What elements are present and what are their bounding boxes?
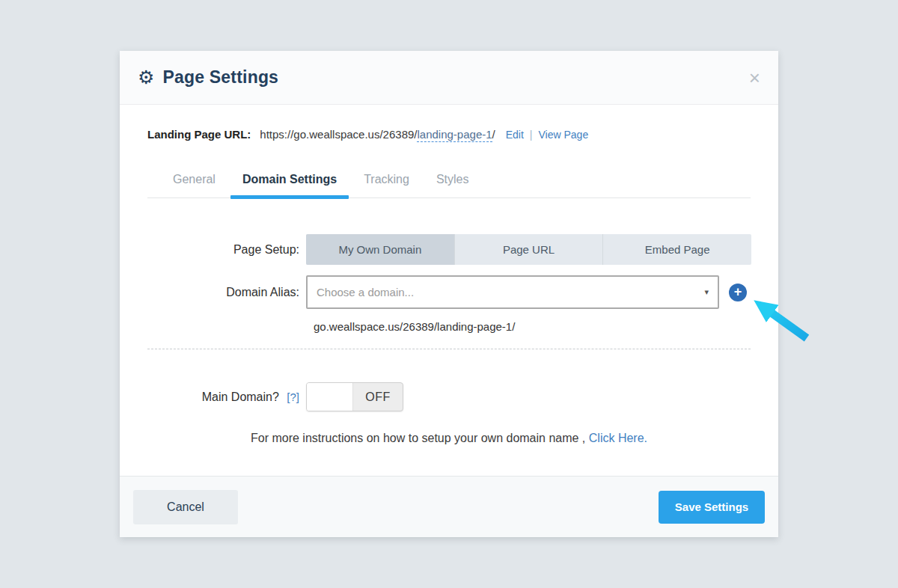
segment-my-own-domain[interactable]: My Own Domain: [306, 234, 455, 265]
main-domain-row: Main Domain? [?] OFF: [147, 382, 751, 411]
page-setup-row: Page Setup: My Own Domain Page URL Embed…: [147, 234, 751, 265]
modal-title: Page Settings: [162, 67, 278, 88]
main-domain-toggle[interactable]: OFF: [306, 382, 403, 411]
current-domain-url: go.weallspace.us/26389/landing-page-1/: [314, 320, 751, 333]
gear-icon: ⚙: [138, 68, 154, 87]
modal-footer: Cancel Save Settings: [120, 476, 778, 537]
main-domain-label: Main Domain? [?]: [147, 391, 299, 404]
landing-page-url-label: Landing Page URL:: [147, 128, 251, 141]
page-setup-segmented-control: My Own Domain Page URL Embed Page: [306, 234, 751, 265]
view-page-link[interactable]: View Page: [539, 129, 589, 141]
landing-page-url-suffix: /: [492, 128, 495, 141]
tab-styles[interactable]: Styles: [423, 167, 483, 197]
segment-embed-page[interactable]: Embed Page: [603, 234, 751, 265]
save-settings-button[interactable]: Save Settings: [659, 491, 765, 524]
settings-tabs: General Domain Settings Tracking Styles: [147, 167, 751, 198]
chevron-down-icon: ▾: [704, 287, 709, 297]
landing-page-url-slug[interactable]: landing-page-1: [417, 128, 492, 142]
toggle-state-label: OFF: [353, 383, 403, 411]
page-setup-label: Page Setup:: [147, 243, 299, 257]
main-domain-help-link[interactable]: [?]: [287, 391, 299, 403]
section-divider: [147, 349, 751, 349]
landing-page-url-prefix: https://go.weallspace.us/26389/: [260, 128, 417, 141]
add-domain-button[interactable]: +: [729, 284, 747, 301]
domain-select[interactable]: Choose a domain... ▾: [306, 275, 719, 309]
edit-link[interactable]: Edit: [506, 129, 524, 141]
tab-general[interactable]: General: [159, 167, 229, 197]
click-here-link[interactable]: Click Here.: [589, 432, 647, 444]
close-icon[interactable]: ×: [749, 68, 760, 88]
instructions-text: For more instructions on how to setup yo…: [147, 432, 751, 445]
domain-select-placeholder: Choose a domain...: [317, 286, 704, 298]
modal-header: ⚙ Page Settings ×: [120, 51, 778, 105]
toggle-knob: [307, 383, 353, 411]
page-background: { "modal": { "title": "Page Settings", "…: [0, 0, 898, 588]
modal-body: Landing Page URL: https://go.weallspace.…: [120, 128, 778, 445]
domain-alias-row: Domain Alias: Choose a domain... ▾ +: [147, 275, 751, 309]
page-settings-modal: ⚙ Page Settings × Landing Page URL: http…: [120, 51, 778, 537]
segment-page-url[interactable]: Page URL: [455, 234, 604, 265]
tab-domain-settings[interactable]: Domain Settings: [229, 167, 350, 197]
link-divider: |: [530, 129, 533, 141]
cancel-button[interactable]: Cancel: [133, 490, 238, 524]
landing-page-url-row: Landing Page URL: https://go.weallspace.…: [147, 128, 751, 142]
domain-alias-label: Domain Alias:: [147, 286, 299, 299]
tab-tracking[interactable]: Tracking: [350, 167, 423, 197]
